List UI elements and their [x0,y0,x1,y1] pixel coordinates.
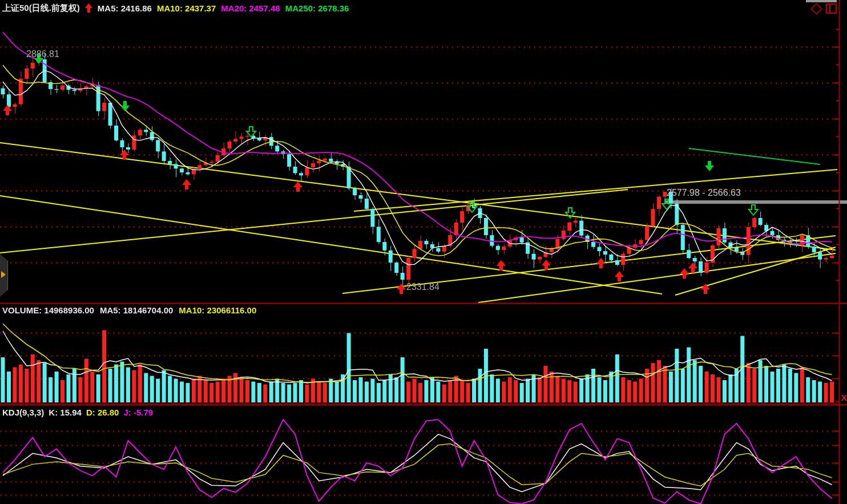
red-up-arrow-icon [85,3,92,13]
ma250-value: MA250: 2678.36 [285,3,349,13]
ma5-value: MA5: 2416.86 [98,3,152,13]
kdj-header: KDJ(9,3,3)K: 15.94D: 26.80J: -5.79 [2,408,158,417]
close-indicator-button[interactable]: X [840,393,847,402]
sidebar-expand-handle[interactable] [0,254,8,297]
volume-header: VOLUME: 14968936.00MA5: 18146704.00MA10:… [2,305,262,315]
price-label-low: 2331.84 [406,282,439,292]
price-label-range: 2577.98 - 2566.63 [667,188,741,198]
price-label-high: 2886.81 [26,49,59,59]
kdj-name: KDJ(9,3,3) [2,408,44,417]
ma20-value: MA20: 2457.48 [221,3,280,13]
top-right-strip [806,0,837,2]
volume-value: VOLUME: 14968936.00 [2,305,94,315]
diamond-icon[interactable] [810,2,822,14]
expand-right-arrow-icon [1,271,6,278]
ma10-value: MA10: 2437.37 [157,3,216,13]
kdj-j-value: J: -5.79 [123,408,153,417]
kdj-k-value: K: 15.94 [49,408,82,417]
chart-header: 上证50(日线.前复权)MA5: 2416.86MA10: 2437.37MA2… [2,2,354,14]
window-controls [812,3,837,14]
symbol-title: 上证50(日线.前复权) [2,3,80,13]
pages-icon[interactable] [826,3,837,14]
kline-chart-canvas[interactable] [0,0,847,504]
kdj-d-value: D: 26.80 [86,408,119,417]
volume-ma10-value: MA10: 23066116.00 [179,305,256,315]
volume-ma5-value: MA5: 18146704.00 [100,305,173,315]
